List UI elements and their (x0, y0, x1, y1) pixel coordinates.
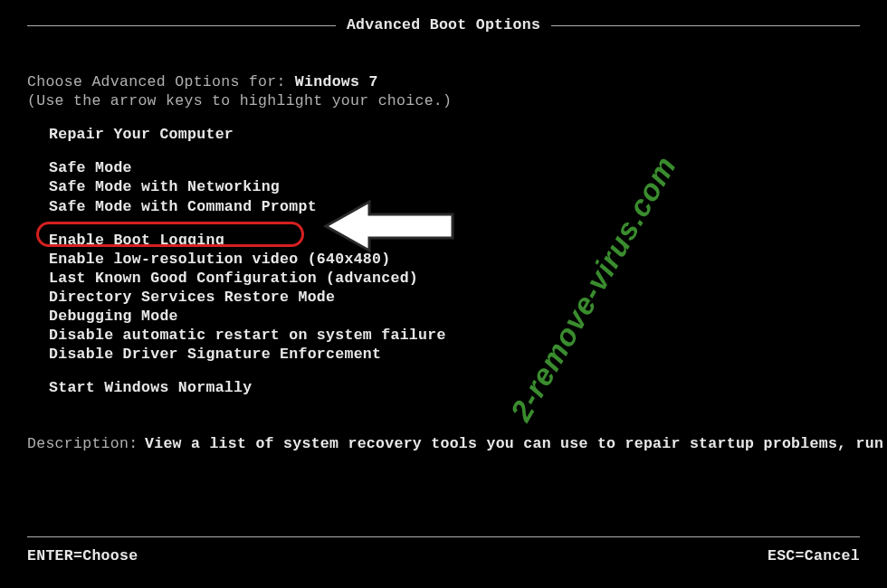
page-title: Advanced Boot Options (336, 16, 551, 33)
main-content: Choose Advanced Options for: Windows 7 (… (27, 72, 860, 453)
bottom-border (27, 536, 860, 537)
menu-debugging-mode[interactable]: Debugging Mode (27, 307, 860, 326)
menu-safe-mode-networking[interactable]: Safe Mode with Networking (27, 177, 860, 196)
arrow-keys-hint: (Use the arrow keys to highlight your ch… (27, 91, 860, 110)
footer-enter-hint: ENTER=Choose (27, 547, 138, 564)
menu-directory-services-restore[interactable]: Directory Services Restore Mode (27, 288, 860, 307)
choose-prompt: Choose Advanced Options for: Windows 7 (27, 72, 860, 91)
menu-last-known-good-config[interactable]: Last Known Good Configuration (advanced) (27, 269, 860, 288)
footer-bar: ENTER=Choose ESC=Cancel (27, 547, 860, 564)
menu-repair-computer[interactable]: Repair Your Computer (27, 125, 860, 144)
os-name: Windows 7 (295, 73, 378, 90)
menu-low-resolution-video[interactable]: Enable low-resolution video (640x480) (27, 250, 860, 269)
menu-enable-boot-logging[interactable]: Enable Boot Logging (27, 231, 860, 250)
description-text: View a list of system recovery tools you… (145, 434, 652, 453)
menu-safe-mode-command-prompt[interactable]: Safe Mode with Command Prompt (27, 197, 860, 216)
menu-disable-driver-sig[interactable]: Disable Driver Signature Enforcement (27, 345, 860, 364)
menu-safe-mode[interactable]: Safe Mode (27, 158, 860, 177)
description-label: Description: (27, 434, 145, 453)
footer-esc-hint: ESC=Cancel (768, 547, 860, 564)
menu-start-windows-normally[interactable]: Start Windows Normally (27, 378, 860, 397)
menu-disable-auto-restart[interactable]: Disable automatic restart on system fail… (27, 326, 860, 345)
